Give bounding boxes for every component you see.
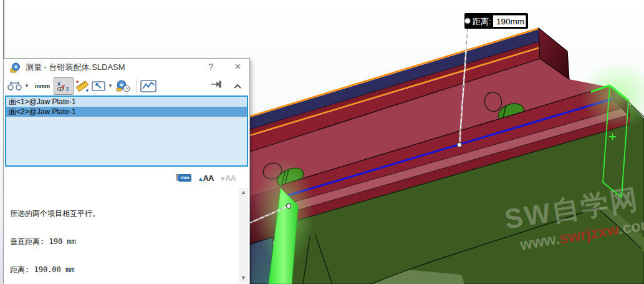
dialog-title: 测量 - 台钳装配体.SLDASM	[26, 62, 125, 73]
result-distance: 距离: 190.00 mm	[10, 265, 247, 275]
units-in-label: in	[35, 84, 40, 89]
projected-on-icon	[91, 80, 106, 92]
units-button[interactable]: in mm	[35, 79, 50, 94]
result-parallel: 所选的两个项目相互平行。	[10, 209, 247, 218]
point-to-point-button[interactable]	[75, 79, 90, 94]
show-xyz-icon: x y z	[56, 80, 71, 92]
results-scrollbar[interactable]: ▲ ▼	[239, 188, 248, 283]
arc-measure-icon	[7, 81, 22, 92]
distance-callout[interactable]: 距离: 190mm	[464, 13, 528, 29]
measurement-results-text: 所选的两个项目相互平行。 垂直距离: 190 mm 距离: 190.00 mm …	[10, 190, 247, 284]
units-mm-label: mm	[40, 84, 50, 89]
solidworks-viewport: { "window": { "title": "测量 - 台钳装配体.SLDAS…	[0, 0, 644, 284]
measure-tool-icon	[10, 62, 21, 73]
arc-measure-button[interactable]	[7, 79, 22, 94]
point-to-point-icon	[75, 79, 90, 93]
selection-list[interactable]: 面<1>@Jaw Plate-1 面<2>@Jaw Plate-1	[5, 95, 248, 167]
callout-value: 190mm	[496, 17, 524, 26]
measurement-results-panel: I mm ▲AA ▼AA 所选的两个项目相互平行。 垂直距离: 190 mm 距…	[4, 167, 249, 284]
result-normal-distance: 垂直距离: 190 mm	[10, 237, 247, 247]
arrow-up-icon: ▲	[198, 175, 203, 182]
callout-label: 距离:	[473, 17, 491, 26]
selection-list-item-2-selected[interactable]: 面<2>@Jaw Plate-1	[6, 107, 247, 117]
projected-on-button[interactable]	[91, 79, 106, 94]
measure-dialog-titlebar[interactable]: 测量 - 台钳装配体.SLDASM ? ×	[4, 59, 249, 76]
arrow-down-icon: ▼	[219, 175, 225, 182]
help-button[interactable]: ?	[208, 62, 213, 72]
chevron-up-icon	[233, 83, 242, 89]
pin-icon	[211, 79, 224, 89]
measurement-history-icon	[115, 79, 131, 93]
close-button[interactable]: ×	[235, 61, 241, 72]
arc-measure-dropdown[interactable]: ▼	[24, 83, 29, 89]
toolbar-separator	[136, 79, 137, 93]
scroll-up-arrow[interactable]: ▲	[239, 188, 248, 197]
collapse-button[interactable]	[233, 81, 242, 92]
create-sensor-button[interactable]	[140, 79, 156, 94]
pin-button[interactable]	[211, 79, 224, 92]
decrease-text-size-button[interactable]: ▼AA	[219, 174, 236, 183]
create-sensor-icon	[140, 79, 156, 93]
selection-list-item-1[interactable]: 面<1>@Jaw Plate-1	[6, 97, 247, 107]
svg-text:x: x	[57, 81, 60, 87]
show-xyz-button[interactable]: x y z	[54, 77, 74, 95]
svg-text:z: z	[66, 86, 69, 92]
increase-text-size-button[interactable]: ▲AA	[198, 174, 214, 183]
measurement-history-button[interactable]	[115, 79, 131, 94]
projected-on-dropdown[interactable]: ▼	[108, 83, 113, 89]
scroll-down-arrow[interactable]: ▼	[239, 273, 248, 283]
measure-dialog[interactable]: 测量 - 台钳装配体.SLDASM ? × ▼ in mm x y z	[3, 58, 250, 284]
mm-badge: mm	[178, 174, 191, 182]
units-badge-button[interactable]: I mm	[176, 173, 191, 183]
